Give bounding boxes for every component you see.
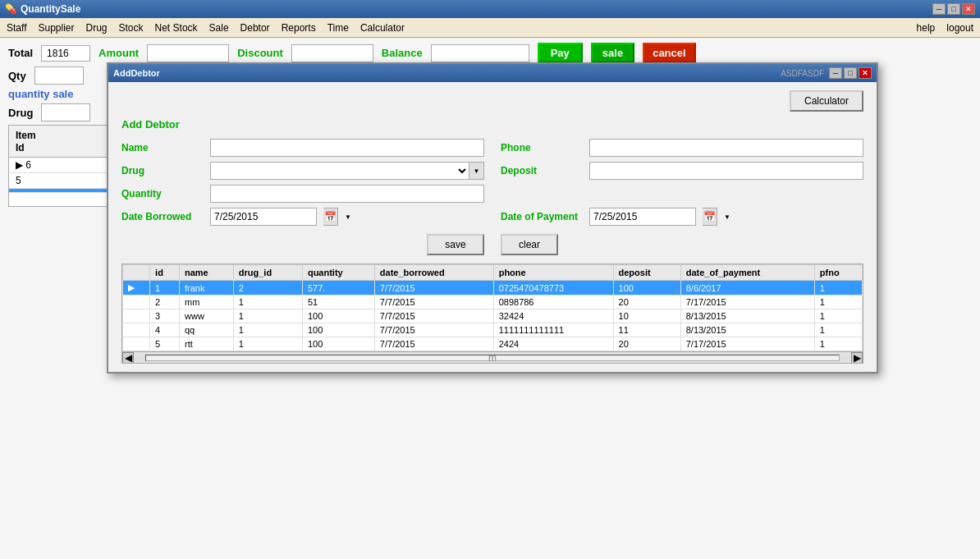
form-grid: Name Drug ▼ Quantity	[121, 139, 863, 226]
minimize-button[interactable]: ─	[932, 3, 946, 15]
cell-date_borrowed: 7/7/2015	[374, 309, 493, 323]
dialog-body: Calculator Add Debtor Name Drug ▼	[108, 82, 877, 372]
dialog-minimize-button[interactable]: ─	[829, 67, 842, 79]
dropdown-arrow-icon[interactable]: ▼	[469, 162, 484, 180]
table-row[interactable]: 3www11007/7/201532424108/13/20151	[123, 309, 863, 323]
row-indicator: ▶	[16, 159, 25, 171]
add-debtor-dialog: AddDebtor ASDFASDF ─ □ ✕ Calculator Add …	[107, 62, 878, 373]
table-row[interactable]: 5	[9, 173, 122, 189]
row-value: 5	[16, 175, 21, 186]
app-title: QuantitySale	[21, 3, 80, 15]
drug-select[interactable]	[210, 162, 469, 180]
discount-input[interactable]	[291, 44, 373, 62]
title-bar-controls: ─ □ ✕	[932, 3, 975, 15]
cell-quantity: 100	[302, 323, 374, 337]
date-borrowed-input[interactable]	[210, 208, 317, 226]
dialog-maximize-button[interactable]: □	[844, 67, 857, 79]
date-payment-picker-icon[interactable]: 📅	[703, 208, 717, 226]
cell-indicator	[123, 337, 150, 351]
close-button[interactable]: ✕	[962, 3, 975, 15]
form-left: Name Drug ▼ Quantity	[121, 139, 484, 226]
menu-stock[interactable]: Stock	[119, 22, 144, 34]
balance-label: Balance	[382, 47, 423, 59]
date-payment-dropdown-icon[interactable]: ▼	[724, 213, 730, 221]
cell-pfno: 1	[814, 309, 862, 323]
cell-indicator	[123, 296, 150, 309]
sale-button[interactable]: sale	[591, 43, 634, 63]
date-payment-input[interactable]	[589, 208, 696, 226]
main-table: ItemId ▶ 6 5	[8, 125, 123, 207]
discount-label: Discount	[237, 47, 283, 59]
drug-form-label: Drug	[121, 165, 204, 176]
menu-debtor[interactable]: Debtor	[240, 22, 270, 34]
cell-drug_id: 1	[233, 309, 302, 323]
deposit-label: Deposit	[501, 165, 583, 176]
menu-reports[interactable]: Reports	[282, 22, 316, 34]
date-dropdown-icon[interactable]: ▼	[345, 213, 351, 221]
cell-id: 1	[150, 281, 180, 296]
cell-deposit: 20	[613, 337, 680, 351]
dialog-title: AddDebtor	[113, 68, 160, 78]
cell-quantity: 100	[302, 337, 374, 351]
quantity-input[interactable]	[210, 185, 484, 203]
maximize-button[interactable]: □	[947, 3, 960, 15]
phone-label: Phone	[501, 142, 583, 153]
menu-sale[interactable]: Sale	[209, 22, 229, 34]
menu-calculator[interactable]: Calculator	[360, 22, 405, 34]
quantity-row: Quantity	[121, 185, 484, 203]
main-content: Total 1816 Amount Discount Balance Pay s…	[0, 38, 980, 559]
col-pfno: pfno	[814, 265, 862, 281]
menu-time[interactable]: Time	[327, 22, 349, 34]
clear-button[interactable]: clear	[501, 234, 558, 255]
col-deposit: deposit	[613, 265, 680, 281]
cell-pfno: 1	[814, 323, 862, 337]
menu-supplier[interactable]: Supplier	[38, 22, 74, 34]
deposit-input[interactable]	[589, 162, 863, 180]
form-right: Phone Deposit Date of Payment 📅	[501, 139, 863, 226]
pay-button[interactable]: Pay	[538, 43, 583, 63]
cell-id: 3	[150, 309, 180, 323]
save-button[interactable]: save	[427, 234, 484, 255]
cell-deposit: 100	[613, 281, 680, 296]
cell-date_of_payment: 8/13/2015	[680, 309, 814, 323]
amount-input[interactable]	[147, 44, 229, 62]
cell-name: rtt	[180, 337, 234, 351]
table-row[interactable]: ▶1frank2577.7/7/201507254704787731008/6/…	[123, 281, 863, 296]
name-input[interactable]	[210, 139, 484, 157]
phone-input[interactable]	[589, 139, 863, 157]
deposit-row: Deposit	[501, 162, 863, 180]
table-row[interactable]: ▶ 6	[9, 158, 122, 173]
scrollbar-track[interactable]: m	[145, 355, 840, 361]
scroll-left-icon[interactable]: ◀	[122, 352, 134, 364]
qty-input[interactable]	[34, 66, 84, 85]
table-row[interactable]: 5rtt11007/7/20152424207/17/20151	[123, 337, 863, 351]
table-row[interactable]: 4qq11007/7/20151111111111111118/13/20151	[123, 323, 863, 337]
menu-drug[interactable]: Drug	[86, 22, 108, 34]
cell-date_borrowed: 7/7/2015	[374, 296, 493, 309]
balance-input[interactable]	[431, 44, 529, 62]
top-bar: Total 1816 Amount Discount Balance Pay s…	[8, 43, 972, 63]
cell-pfno: 1	[814, 281, 862, 296]
menu-net-stock[interactable]: Net Stock	[155, 22, 198, 34]
cell-deposit: 11	[613, 323, 680, 337]
cell-name: frank	[180, 281, 234, 296]
table-row-selected[interactable]	[9, 189, 122, 193]
table-row[interactable]: 2mm1517/7/20150898786207/17/20151	[123, 296, 863, 309]
menu-staff[interactable]: Staff	[7, 22, 26, 34]
scroll-right-icon[interactable]: ▶	[851, 352, 863, 364]
horizontal-scrollbar[interactable]: ◀ m ▶	[122, 351, 863, 363]
menu-logout[interactable]: logout	[946, 22, 973, 34]
drug-input[interactable]	[41, 103, 90, 121]
cell-name: qq	[180, 323, 234, 337]
menu-help[interactable]: help	[917, 22, 936, 34]
cell-id: 2	[150, 296, 180, 309]
dialog-close-button[interactable]: ✕	[859, 67, 872, 79]
dialog-system-info: ASDFASDF	[781, 69, 824, 78]
date-borrowed-picker-icon[interactable]: 📅	[323, 208, 338, 226]
cell-pfno: 1	[814, 337, 862, 351]
calculator-button[interactable]: Calculator	[790, 90, 863, 112]
cell-phone: 0725470478773	[493, 281, 613, 296]
add-debtor-title: Add Debtor	[121, 118, 863, 131]
cancel-button[interactable]: cancel	[643, 43, 695, 63]
col-name: name	[180, 265, 234, 281]
